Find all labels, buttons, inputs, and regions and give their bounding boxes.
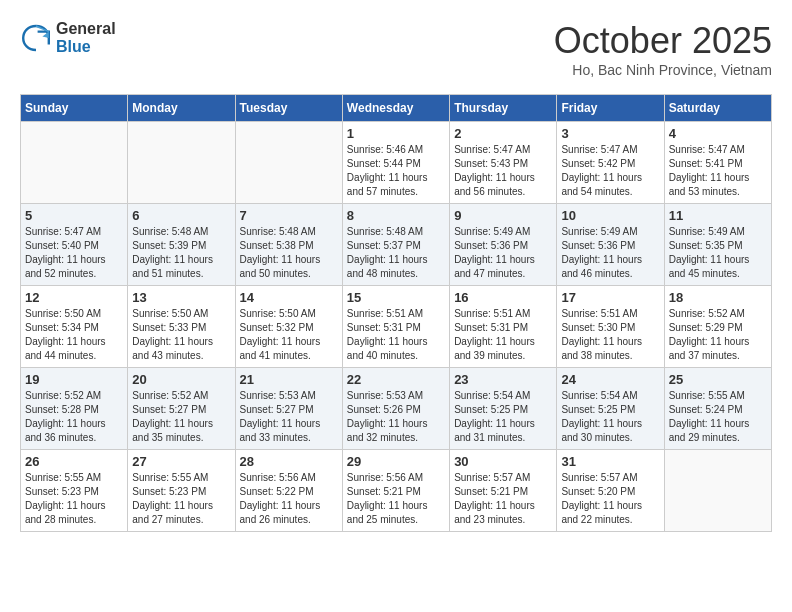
logo: General Blue [20,20,116,55]
calendar-week-row: 1Sunrise: 5:46 AMSunset: 5:44 PMDaylight… [21,122,772,204]
day-info: Sunrise: 5:51 AMSunset: 5:31 PMDaylight:… [454,307,552,363]
calendar-day-cell: 2Sunrise: 5:47 AMSunset: 5:43 PMDaylight… [450,122,557,204]
calendar-day-cell: 11Sunrise: 5:49 AMSunset: 5:35 PMDayligh… [664,204,771,286]
calendar-day-cell: 29Sunrise: 5:56 AMSunset: 5:21 PMDayligh… [342,450,449,532]
calendar-day-cell: 19Sunrise: 5:52 AMSunset: 5:28 PMDayligh… [21,368,128,450]
day-info: Sunrise: 5:47 AMSunset: 5:41 PMDaylight:… [669,143,767,199]
calendar-day-cell: 31Sunrise: 5:57 AMSunset: 5:20 PMDayligh… [557,450,664,532]
calendar-day-cell: 12Sunrise: 5:50 AMSunset: 5:34 PMDayligh… [21,286,128,368]
calendar-day-cell: 5Sunrise: 5:47 AMSunset: 5:40 PMDaylight… [21,204,128,286]
calendar-day-cell [664,450,771,532]
calendar-day-cell: 23Sunrise: 5:54 AMSunset: 5:25 PMDayligh… [450,368,557,450]
day-number: 10 [561,208,659,223]
calendar-day-cell: 21Sunrise: 5:53 AMSunset: 5:27 PMDayligh… [235,368,342,450]
day-info: Sunrise: 5:49 AMSunset: 5:36 PMDaylight:… [454,225,552,281]
day-number: 27 [132,454,230,469]
day-number: 6 [132,208,230,223]
calendar-day-cell: 30Sunrise: 5:57 AMSunset: 5:21 PMDayligh… [450,450,557,532]
day-info: Sunrise: 5:50 AMSunset: 5:34 PMDaylight:… [25,307,123,363]
day-number: 28 [240,454,338,469]
day-info: Sunrise: 5:54 AMSunset: 5:25 PMDaylight:… [454,389,552,445]
calendar-day-cell: 16Sunrise: 5:51 AMSunset: 5:31 PMDayligh… [450,286,557,368]
day-info: Sunrise: 5:57 AMSunset: 5:21 PMDaylight:… [454,471,552,527]
calendar-day-cell: 24Sunrise: 5:54 AMSunset: 5:25 PMDayligh… [557,368,664,450]
day-info: Sunrise: 5:52 AMSunset: 5:29 PMDaylight:… [669,307,767,363]
day-info: Sunrise: 5:57 AMSunset: 5:20 PMDaylight:… [561,471,659,527]
calendar-day-cell: 13Sunrise: 5:50 AMSunset: 5:33 PMDayligh… [128,286,235,368]
day-info: Sunrise: 5:55 AMSunset: 5:24 PMDaylight:… [669,389,767,445]
day-info: Sunrise: 5:52 AMSunset: 5:28 PMDaylight:… [25,389,123,445]
day-number: 4 [669,126,767,141]
calendar-week-row: 5Sunrise: 5:47 AMSunset: 5:40 PMDaylight… [21,204,772,286]
calendar-day-cell: 3Sunrise: 5:47 AMSunset: 5:42 PMDaylight… [557,122,664,204]
day-number: 19 [25,372,123,387]
calendar-day-cell: 9Sunrise: 5:49 AMSunset: 5:36 PMDaylight… [450,204,557,286]
day-info: Sunrise: 5:53 AMSunset: 5:26 PMDaylight:… [347,389,445,445]
day-of-week-header: Sunday [21,95,128,122]
day-info: Sunrise: 5:48 AMSunset: 5:39 PMDaylight:… [132,225,230,281]
day-number: 8 [347,208,445,223]
month-title: October 2025 [554,20,772,62]
calendar-day-cell: 22Sunrise: 5:53 AMSunset: 5:26 PMDayligh… [342,368,449,450]
day-info: Sunrise: 5:51 AMSunset: 5:31 PMDaylight:… [347,307,445,363]
day-number: 3 [561,126,659,141]
logo-text: General Blue [56,20,116,55]
day-info: Sunrise: 5:49 AMSunset: 5:35 PMDaylight:… [669,225,767,281]
day-info: Sunrise: 5:48 AMSunset: 5:38 PMDaylight:… [240,225,338,281]
calendar-day-cell: 6Sunrise: 5:48 AMSunset: 5:39 PMDaylight… [128,204,235,286]
day-info: Sunrise: 5:47 AMSunset: 5:42 PMDaylight:… [561,143,659,199]
calendar-header-row: SundayMondayTuesdayWednesdayThursdayFrid… [21,95,772,122]
day-of-week-header: Monday [128,95,235,122]
day-of-week-header: Thursday [450,95,557,122]
calendar-week-row: 19Sunrise: 5:52 AMSunset: 5:28 PMDayligh… [21,368,772,450]
calendar-day-cell: 1Sunrise: 5:46 AMSunset: 5:44 PMDaylight… [342,122,449,204]
day-info: Sunrise: 5:56 AMSunset: 5:22 PMDaylight:… [240,471,338,527]
day-info: Sunrise: 5:56 AMSunset: 5:21 PMDaylight:… [347,471,445,527]
day-number: 25 [669,372,767,387]
calendar-day-cell: 15Sunrise: 5:51 AMSunset: 5:31 PMDayligh… [342,286,449,368]
day-info: Sunrise: 5:51 AMSunset: 5:30 PMDaylight:… [561,307,659,363]
day-of-week-header: Friday [557,95,664,122]
day-info: Sunrise: 5:46 AMSunset: 5:44 PMDaylight:… [347,143,445,199]
logo-blue-text: Blue [56,38,116,56]
calendar-day-cell: 8Sunrise: 5:48 AMSunset: 5:37 PMDaylight… [342,204,449,286]
day-info: Sunrise: 5:49 AMSunset: 5:36 PMDaylight:… [561,225,659,281]
day-of-week-header: Tuesday [235,95,342,122]
calendar-day-cell: 26Sunrise: 5:55 AMSunset: 5:23 PMDayligh… [21,450,128,532]
day-number: 23 [454,372,552,387]
day-info: Sunrise: 5:47 AMSunset: 5:40 PMDaylight:… [25,225,123,281]
day-number: 26 [25,454,123,469]
day-number: 1 [347,126,445,141]
day-info: Sunrise: 5:50 AMSunset: 5:33 PMDaylight:… [132,307,230,363]
day-number: 13 [132,290,230,305]
title-block: October 2025 Ho, Bac Ninh Province, Viet… [554,20,772,78]
calendar-day-cell: 7Sunrise: 5:48 AMSunset: 5:38 PMDaylight… [235,204,342,286]
logo-icon [20,22,52,54]
calendar-day-cell [128,122,235,204]
day-number: 11 [669,208,767,223]
page-header: General Blue October 2025 Ho, Bac Ninh P… [20,20,772,78]
day-number: 21 [240,372,338,387]
day-number: 15 [347,290,445,305]
day-number: 12 [25,290,123,305]
calendar-day-cell: 20Sunrise: 5:52 AMSunset: 5:27 PMDayligh… [128,368,235,450]
day-number: 20 [132,372,230,387]
day-info: Sunrise: 5:50 AMSunset: 5:32 PMDaylight:… [240,307,338,363]
calendar-week-row: 26Sunrise: 5:55 AMSunset: 5:23 PMDayligh… [21,450,772,532]
day-info: Sunrise: 5:47 AMSunset: 5:43 PMDaylight:… [454,143,552,199]
calendar-day-cell: 17Sunrise: 5:51 AMSunset: 5:30 PMDayligh… [557,286,664,368]
day-number: 2 [454,126,552,141]
calendar-day-cell: 27Sunrise: 5:55 AMSunset: 5:23 PMDayligh… [128,450,235,532]
day-number: 7 [240,208,338,223]
calendar-day-cell: 14Sunrise: 5:50 AMSunset: 5:32 PMDayligh… [235,286,342,368]
day-number: 9 [454,208,552,223]
day-info: Sunrise: 5:53 AMSunset: 5:27 PMDaylight:… [240,389,338,445]
calendar-day-cell: 28Sunrise: 5:56 AMSunset: 5:22 PMDayligh… [235,450,342,532]
day-number: 24 [561,372,659,387]
calendar-day-cell [21,122,128,204]
day-number: 22 [347,372,445,387]
day-number: 30 [454,454,552,469]
day-info: Sunrise: 5:52 AMSunset: 5:27 PMDaylight:… [132,389,230,445]
day-number: 14 [240,290,338,305]
day-of-week-header: Saturday [664,95,771,122]
